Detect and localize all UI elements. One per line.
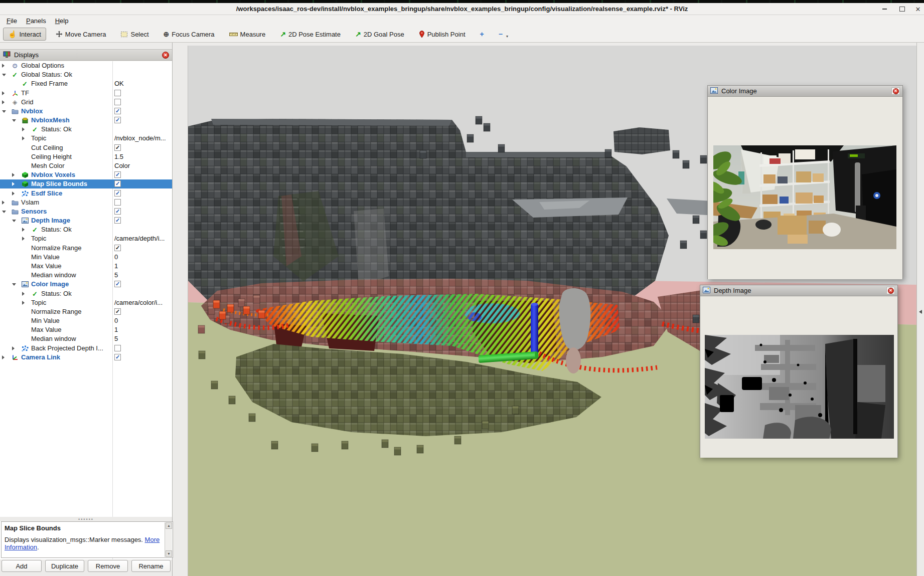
tree-row-topic[interactable]: Topic/nvblox_node/m... [0, 134, 172, 143]
property-value[interactable]: 1 [114, 326, 118, 333]
chevron-down-icon[interactable]: ▾ [506, 34, 508, 39]
chevron-right-icon[interactable] [12, 182, 15, 186]
tool-2d-goal-pose[interactable]: ↗2D Goal Pose [350, 28, 409, 41]
add-button[interactable]: Add [2, 560, 42, 572]
scroll-up-icon[interactable]: ▲ [166, 522, 172, 529]
chevron-down-icon[interactable] [2, 74, 6, 76]
tree-row-map-slice-bounds[interactable]: Map Slice Bounds✓ [0, 179, 172, 188]
chevron-right-icon[interactable] [2, 100, 5, 104]
tree-row-median-window[interactable]: Median window5 [0, 271, 172, 280]
maximize-button[interactable] [898, 6, 906, 13]
window-titlebar[interactable]: /workspaces/isaac_ros-dev/install/nvblox… [0, 3, 924, 15]
color-image-close[interactable]: ✕ [891, 87, 900, 95]
tree-row-cut-ceiling[interactable]: Cut Ceiling✓ [0, 143, 172, 152]
chevron-right-icon[interactable] [12, 191, 15, 196]
tree-row-min-value[interactable]: Min Value0 [0, 316, 172, 325]
tree-row-fixed-frame[interactable]: ✓Fixed FrameOK [0, 79, 172, 88]
color-image-titlebar[interactable]: Color Image ✕ [708, 86, 902, 97]
tree-row-max-value[interactable]: Max Value1 [0, 325, 172, 334]
property-value[interactable]: 5 [114, 271, 118, 279]
tree-row-nvblox-voxels[interactable]: Nvblox Voxels✓ [0, 170, 172, 179]
tool-interact[interactable]: ☝Interact [3, 28, 46, 41]
tree-row-min-value[interactable]: Min Value0 [0, 253, 172, 262]
checkbox[interactable]: ✓ [114, 144, 121, 151]
tree-row-vslam[interactable]: Vslam [0, 198, 172, 207]
depth-image-close[interactable]: ✕ [886, 287, 895, 294]
chevron-right-icon[interactable] [22, 127, 25, 131]
checkbox[interactable]: ✓ [114, 190, 121, 197]
close-button[interactable]: ✕ [914, 6, 922, 13]
checkbox[interactable] [114, 90, 121, 96]
chevron-down-icon[interactable] [12, 119, 16, 122]
property-value[interactable]: /camera/depth/i... [114, 235, 165, 242]
minimize-button[interactable] [880, 6, 888, 13]
tool-measure[interactable]: Measure [224, 28, 271, 41]
tree-row-normalize-range[interactable]: Normalize Range✓ [0, 244, 172, 253]
panel-splitter[interactable]: •••••• [0, 517, 172, 521]
checkbox[interactable]: ✓ [114, 108, 121, 114]
tree-row-nvblox[interactable]: Nvblox✓ [0, 107, 172, 116]
remove-button[interactable]: Remove [88, 560, 128, 572]
tool-plus[interactable]: + [475, 28, 489, 41]
menu-help[interactable]: Help [52, 16, 72, 26]
checkbox[interactable]: ✓ [114, 281, 121, 287]
property-value[interactable]: OK [114, 80, 124, 87]
property-value[interactable]: 1.5 [114, 153, 123, 160]
chevron-down-icon[interactable] [12, 283, 16, 286]
duplicate-button[interactable]: Duplicate [45, 560, 84, 572]
chevron-down-icon[interactable] [12, 220, 16, 222]
tree-row-status-ok[interactable]: ✓Status: Ok [0, 225, 172, 234]
tool-minus[interactable]: −▾ [494, 28, 513, 41]
collapse-left-icon[interactable] [919, 310, 922, 314]
tree-row-sensors[interactable]: Sensors✓ [0, 207, 172, 216]
depth-image-titlebar[interactable]: Depth Image ✕ [700, 285, 897, 296]
checkbox[interactable] [114, 345, 121, 351]
color-image-window[interactable]: Color Image ✕ [707, 85, 903, 279]
tree-row-camera-link[interactable]: Camera Link✓ [0, 353, 172, 362]
tree-row-mesh-color[interactable]: Mesh ColorColor [0, 161, 172, 170]
tree-row-color-image[interactable]: Color Image✓ [0, 280, 172, 289]
checkbox[interactable] [114, 199, 121, 206]
tree-row-status-ok[interactable]: ✓Status: Ok [0, 125, 172, 134]
chevron-right-icon[interactable] [22, 237, 25, 241]
chevron-down-icon[interactable] [2, 211, 6, 213]
checkbox[interactable]: ✓ [114, 208, 121, 215]
scroll-down-icon[interactable]: ▼ [166, 550, 172, 557]
chevron-right-icon[interactable] [22, 228, 25, 232]
checkbox[interactable]: ✓ [114, 171, 121, 178]
depth-image-window[interactable]: Depth Image ✕ [700, 285, 898, 458]
tool-2d-pose-estimate[interactable]: ↗2D Pose Estimate [275, 28, 346, 41]
tree-row-median-window[interactable]: Median window5 [0, 334, 172, 343]
tool-select[interactable]: Select [115, 28, 153, 41]
property-value[interactable]: 0 [114, 317, 118, 324]
tree-row-global-status-ok[interactable]: ✓Global Status: Ok [0, 70, 172, 79]
chevron-right-icon[interactable] [22, 292, 25, 296]
description-scrollbar[interactable]: ▲ ▼ [165, 522, 172, 557]
checkbox[interactable]: ✓ [114, 308, 121, 315]
tree-row-nvbloxmesh[interactable]: NvbloxMesh✓ [0, 116, 172, 125]
tool-move-camera[interactable]: Move Camera [51, 28, 111, 41]
property-value[interactable]: /camera/color/i... [114, 299, 163, 306]
checkbox[interactable]: ✓ [114, 117, 121, 123]
chevron-right-icon[interactable] [2, 91, 5, 95]
tree-row-global-options[interactable]: ⚙Global Options [0, 61, 172, 70]
chevron-right-icon[interactable] [22, 301, 25, 305]
tree-row-tf[interactable]: TF [0, 89, 172, 98]
property-value[interactable]: 1 [114, 262, 118, 270]
tree-row-status-ok[interactable]: ✓Status: Ok [0, 289, 172, 298]
menu-panels[interactable]: Panels [23, 16, 50, 26]
tree-row-esdf-slice[interactable]: Esdf Slice✓ [0, 189, 172, 198]
chevron-right-icon[interactable] [2, 355, 5, 359]
checkbox[interactable]: ✓ [114, 217, 121, 224]
checkbox[interactable] [114, 99, 121, 105]
tree-row-normalize-range[interactable]: Normalize Range✓ [0, 307, 172, 316]
property-value[interactable]: /nvblox_node/m... [114, 134, 166, 142]
chevron-right-icon[interactable] [2, 201, 5, 205]
tool-focus-camera[interactable]: ⊕Focus Camera [159, 28, 220, 41]
tree-row-topic[interactable]: Topic/camera/color/i... [0, 298, 172, 307]
chevron-right-icon[interactable] [22, 136, 25, 140]
tree-row-topic[interactable]: Topic/camera/depth/i... [0, 234, 172, 243]
tree-row-depth-image[interactable]: Depth Image✓ [0, 216, 172, 225]
rename-button[interactable]: Rename [131, 560, 171, 572]
checkbox[interactable]: ✓ [114, 180, 121, 187]
